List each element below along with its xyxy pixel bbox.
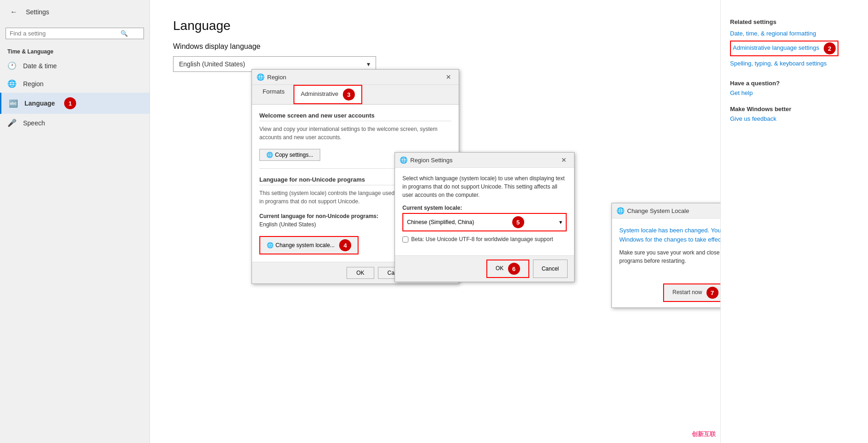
make-better-title: Make Windows better bbox=[730, 106, 859, 112]
rs-ok-button[interactable]: OK 6 bbox=[486, 260, 529, 278]
get-help-link[interactable]: Get help bbox=[730, 89, 859, 96]
globe-icon: 🌐 bbox=[400, 156, 407, 164]
tab-administrative[interactable]: Administrative 3 bbox=[293, 85, 362, 104]
tab-formats[interactable]: Formats bbox=[256, 85, 292, 104]
related-settings-title: Related settings bbox=[730, 18, 859, 25]
display-lang-value: English (United States) bbox=[179, 60, 245, 68]
step-badge-2: 2 bbox=[824, 42, 836, 54]
sidebar-item-label: Language bbox=[24, 100, 55, 107]
globe-icon: 🌐 bbox=[617, 207, 624, 214]
sidebar: ← Settings 🔍 Time & Language 🕐 Date & ti… bbox=[0, 0, 150, 443]
region-dialog-tabs: Formats Administrative 3 bbox=[252, 85, 459, 105]
region-settings-close-button[interactable]: ✕ bbox=[558, 155, 569, 165]
right-panel: Related settings Date, time, & regional … bbox=[720, 0, 868, 443]
region-settings-body: Select which language (system locale) to… bbox=[395, 168, 574, 255]
sidebar-header: ← Settings bbox=[0, 0, 150, 24]
region-dialog-close-button[interactable]: ✕ bbox=[443, 72, 454, 82]
globe-icon: 🌐 bbox=[7, 79, 17, 88]
microphone-icon: 🎤 bbox=[7, 118, 17, 127]
sidebar-item-label: Date & time bbox=[23, 62, 57, 70]
sidebar-item-speech[interactable]: 🎤 Speech bbox=[0, 114, 150, 132]
globe-icon-small: 🌐 bbox=[266, 152, 273, 158]
welcome-section-title: Welcome screen and new user accounts bbox=[259, 112, 451, 121]
display-lang-section-title: Windows display language bbox=[173, 42, 697, 51]
page-title: Language bbox=[173, 18, 697, 33]
question-title: Have a question? bbox=[730, 80, 859, 87]
region-dialog-titlebar: 🌐 Region ✕ bbox=[252, 70, 459, 85]
main-content: Language Windows display language Englis… bbox=[150, 0, 720, 443]
region-settings-titlebar: 🌐 Region Settings ✕ bbox=[395, 153, 574, 168]
rs-beta-row: Beta: Use Unicode UTF-8 for worldwide la… bbox=[402, 236, 567, 242]
search-box-container: 🔍 bbox=[6, 28, 144, 39]
csl-footer: Restart now 7 Cancel bbox=[612, 280, 720, 307]
rs-cancel-button[interactable]: Cancel bbox=[533, 260, 568, 278]
region-ok-button[interactable]: OK bbox=[347, 267, 374, 279]
watermark: 创新互联 bbox=[692, 430, 716, 438]
right-divider bbox=[730, 71, 859, 80]
step-badge-1: 1 bbox=[64, 97, 76, 109]
sidebar-item-language[interactable]: 🔤 Language 1 bbox=[0, 93, 150, 114]
rs-locale-dropdown[interactable]: Chinese (Simplified, China) 5 ▾ bbox=[402, 213, 567, 231]
change-system-locale-button[interactable]: 🌐 Change system locale... 4 bbox=[259, 236, 359, 254]
copy-settings-button[interactable]: 🌐 Copy settings... bbox=[259, 149, 320, 161]
csl-titlebar: 🌐 Change System Locale ✕ bbox=[612, 203, 720, 219]
sidebar-item-region[interactable]: 🌐 Region bbox=[0, 75, 150, 93]
language-icon: 🔤 bbox=[9, 99, 18, 108]
rs-locale-value: Chinese (Simplified, China) bbox=[407, 219, 474, 225]
globe-icon: 🌐 bbox=[257, 73, 264, 81]
step-badge-5: 5 bbox=[509, 216, 524, 228]
nav-section-label: Time & Language bbox=[0, 43, 150, 57]
search-icon: 🔍 bbox=[120, 30, 128, 37]
shield-icon: 🌐 bbox=[267, 242, 274, 248]
admin-lang-settings-link[interactable]: Administrative language settings 2 bbox=[730, 41, 838, 56]
step-badge-7: 7 bbox=[706, 287, 718, 299]
restart-now-button[interactable]: Restart now 7 bbox=[663, 284, 720, 302]
search-input[interactable] bbox=[10, 30, 120, 37]
give-feedback-link[interactable]: Give us feedback bbox=[730, 115, 859, 122]
region-settings-footer: OK 6 Cancel bbox=[395, 255, 574, 282]
rs-locale-label: Current system locale: bbox=[402, 205, 567, 211]
chevron-down-icon: ▾ bbox=[367, 60, 370, 68]
change-system-locale-dialog: 🌐 Change System Locale ✕ System locale h… bbox=[611, 203, 720, 308]
step-badge-3: 3 bbox=[343, 89, 355, 100]
step-badge-4: 4 bbox=[339, 239, 351, 251]
sidebar-item-label: Region bbox=[23, 80, 43, 88]
app-title: Settings bbox=[26, 8, 49, 16]
clock-icon: 🕐 bbox=[7, 61, 17, 70]
rs-desc: Select which language (system locale) to… bbox=[402, 174, 567, 199]
csl-title: Change System Locale bbox=[627, 207, 689, 214]
region-settings-title: Region Settings bbox=[410, 157, 453, 164]
region-dialog-title: Region bbox=[267, 74, 286, 81]
csl-main-text: System locale has been changed. You must… bbox=[619, 226, 720, 244]
region-settings-dialog: 🌐 Region Settings ✕ Select which languag… bbox=[395, 152, 575, 282]
csl-body: System locale has been changed. You must… bbox=[612, 219, 720, 280]
csl-sub-text: Make sure you save your work and close a… bbox=[619, 248, 720, 265]
sidebar-item-date-time[interactable]: 🕐 Date & time bbox=[0, 57, 150, 75]
rs-beta-label: Beta: Use Unicode UTF-8 for worldwide la… bbox=[411, 236, 553, 242]
date-time-link[interactable]: Date, time, & regional formatting bbox=[730, 30, 859, 37]
step-badge-6: 6 bbox=[508, 263, 520, 275]
rs-beta-checkbox[interactable] bbox=[402, 236, 408, 242]
spelling-typing-link[interactable]: Spelling, typing, & keyboard settings bbox=[730, 60, 859, 67]
welcome-desc: View and copy your international setting… bbox=[259, 125, 451, 142]
chevron-down-icon: ▾ bbox=[559, 219, 562, 225]
sidebar-item-label: Speech bbox=[23, 119, 45, 127]
back-button[interactable]: ← bbox=[7, 6, 20, 18]
